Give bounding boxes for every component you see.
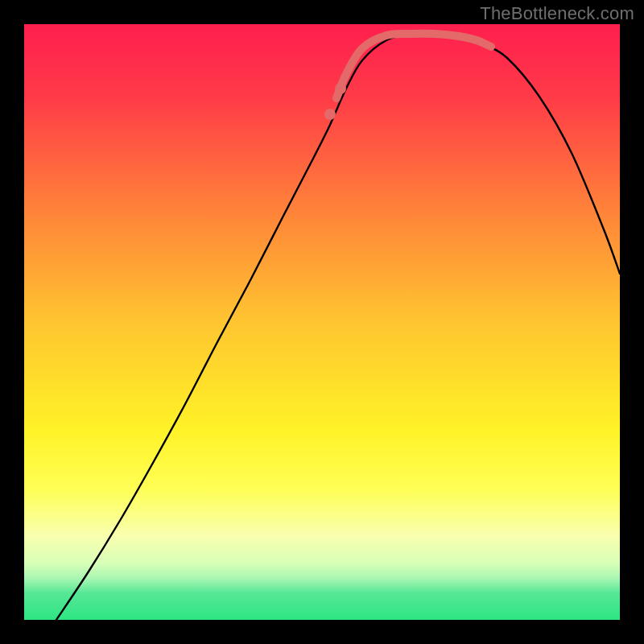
marker-2 <box>335 83 346 94</box>
plot-area <box>24 24 620 620</box>
marker-1 <box>324 109 336 120</box>
watermark-text: TheBottleneck.com <box>480 3 634 24</box>
chart-svg <box>24 24 620 620</box>
chart-frame: TheBottleneck.com <box>0 0 644 644</box>
